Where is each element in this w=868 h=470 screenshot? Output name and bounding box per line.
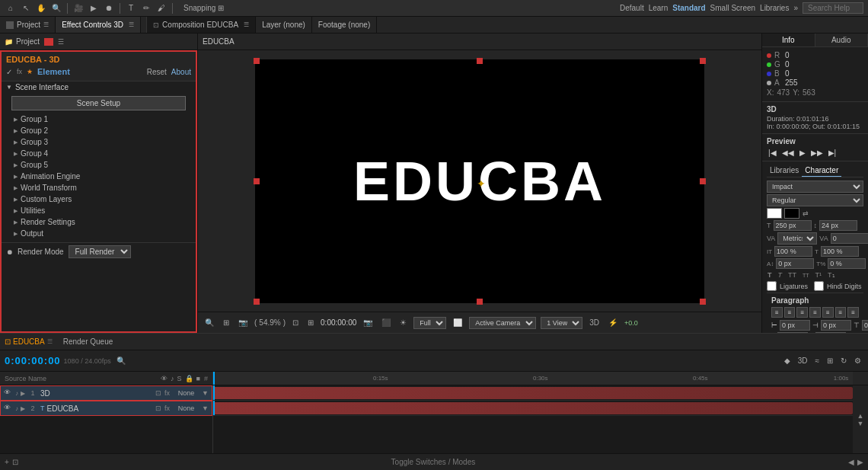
draft-3d-icon[interactable]: 3D xyxy=(796,356,810,366)
handle-br[interactable] xyxy=(700,299,706,305)
about-button[interactable]: About xyxy=(171,68,191,76)
layer2-eye[interactable]: 👁 xyxy=(4,404,13,413)
layer-tab[interactable]: Layer (none) xyxy=(256,17,312,33)
align-left-btn[interactable]: ≡ xyxy=(771,307,783,318)
standard-label[interactable]: Standard xyxy=(672,4,705,12)
preview-play[interactable]: ▶ xyxy=(798,148,807,158)
exposure-icon[interactable]: ☀ xyxy=(397,318,409,328)
horiz-scale-input[interactable] xyxy=(821,246,859,257)
3d-renderer-icon[interactable]: 3D xyxy=(587,318,602,328)
indent-left-input[interactable] xyxy=(780,320,810,331)
snapping-control[interactable]: Snapping ⊞ xyxy=(183,4,224,12)
scene-interface-triangle[interactable]: ▼ xyxy=(6,84,12,91)
tl-layer-1[interactable]: 👁 ♪ ▶ 1 3D ⊡ fx None ▼ xyxy=(0,385,212,401)
kern-select[interactable]: Metrics xyxy=(777,232,817,245)
timeline-scrollbar[interactable]: ▲ ▼ xyxy=(853,385,868,453)
group2-item[interactable]: ▶ Group 2 xyxy=(2,125,196,136)
scroll-down-btn[interactable]: ▼ xyxy=(857,420,865,427)
custom-layers-item[interactable]: ▶ Custom Layers xyxy=(2,193,196,205)
fx-checkbox[interactable]: ✓ xyxy=(6,68,12,76)
font-size-input[interactable] xyxy=(774,220,812,231)
tl-bar-2[interactable] xyxy=(213,402,853,414)
world-transform-item[interactable]: ▶ World Transform xyxy=(2,182,196,193)
handle-bm[interactable] xyxy=(477,299,483,305)
live-update-icon[interactable]: ↻ xyxy=(838,356,849,366)
italic-btn[interactable]: T xyxy=(777,271,783,279)
composition-tab[interactable]: ⊡ Composition EDUCBA ☰ xyxy=(147,17,256,33)
footage-tab[interactable]: Footage (none) xyxy=(312,17,377,33)
search-input[interactable] xyxy=(803,2,863,14)
reset-button[interactable]: Reset xyxy=(147,68,167,76)
frame-blend-icon[interactable]: ⊞ xyxy=(825,356,835,366)
layer2-fx[interactable]: fx xyxy=(164,404,171,412)
libraries-label[interactable]: Libraries xyxy=(760,4,789,12)
align-justify-left-btn[interactable]: ≡ xyxy=(822,307,834,318)
preview-step-forward[interactable]: ▶▶ xyxy=(809,148,825,158)
handle-bl[interactable] xyxy=(254,299,260,305)
timeline-comp-tab[interactable]: ⊡ EDUCBA ☰ xyxy=(5,337,53,346)
col-audio-btn[interactable]: ♪ xyxy=(170,375,175,382)
region-icon[interactable]: ⊞ xyxy=(305,318,316,328)
transparency-icon[interactable]: ⬜ xyxy=(451,318,464,328)
leading-input[interactable] xyxy=(819,220,857,231)
layer1-fx[interactable]: fx xyxy=(164,389,171,397)
search-layers-icon[interactable]: 🔍 xyxy=(114,356,128,366)
handle-tl[interactable] xyxy=(254,58,260,64)
navigate-back-btn[interactable]: ◀ xyxy=(848,458,854,466)
camera-view-icon[interactable]: 📷 xyxy=(236,318,250,328)
add-layer-btn[interactable]: + xyxy=(5,458,9,466)
comp-marker-icon[interactable]: ◆ xyxy=(782,356,793,366)
handle-ml[interactable] xyxy=(254,178,260,184)
stroke-color-swatch[interactable] xyxy=(784,208,799,219)
layer1-audio[interactable]: ♪ xyxy=(15,390,18,397)
snapshot-icon[interactable]: 📷 xyxy=(361,318,375,328)
magnify-icon[interactable]: 🔍 xyxy=(203,318,216,328)
fit-to-comp-icon[interactable]: ⊡ xyxy=(290,318,301,328)
comp-settings-icon[interactable]: ⚙ xyxy=(852,356,863,366)
align-justify-center-btn[interactable]: ≡ xyxy=(835,307,847,318)
bold-btn[interactable]: T xyxy=(767,271,773,279)
zoom-icon[interactable]: 🔍 xyxy=(50,2,62,14)
arrow-icon[interactable]: ↖ xyxy=(20,2,32,14)
learn-label[interactable]: Learn xyxy=(649,4,669,12)
smallcaps-btn[interactable]: TT xyxy=(802,273,810,278)
align-justify-btn[interactable]: ≡ xyxy=(809,307,821,318)
default-label[interactable]: Default xyxy=(620,4,644,12)
render-queue-tab[interactable]: Render Queue xyxy=(57,337,120,346)
preview-step-back[interactable]: ◀◀ xyxy=(780,148,796,158)
motion-blur-icon[interactable]: ≈ xyxy=(813,356,822,366)
superscript-btn[interactable]: T¹ xyxy=(815,271,823,279)
camera-select[interactable]: Active Camera xyxy=(469,317,536,329)
pen-icon[interactable]: ✏ xyxy=(140,2,152,14)
indent-top-input[interactable] xyxy=(862,320,868,331)
layer2-parent-dropdown[interactable]: ▼ xyxy=(202,404,209,412)
effect-controls-tab[interactable]: Effect Controls 3D ☰ xyxy=(56,17,141,33)
handle-mr[interactable] xyxy=(700,178,706,184)
col-eye-btn[interactable]: 👁 xyxy=(160,375,168,382)
utilities-item[interactable]: ▶ Utilities xyxy=(2,205,196,216)
swap-colors-btn[interactable]: ⇄ xyxy=(802,209,809,217)
handle-tm[interactable] xyxy=(477,58,483,64)
layer2-audio[interactable]: ♪ xyxy=(15,405,18,412)
layer2-solo[interactable]: ⊡ xyxy=(155,404,162,412)
audio-tab[interactable]: Audio xyxy=(815,34,869,46)
preview-skip-forward[interactable]: ▶| xyxy=(827,148,838,158)
view-count-select[interactable]: 1 View xyxy=(541,317,582,329)
layer1-solo[interactable]: ⊡ xyxy=(155,389,162,397)
layer2-expand[interactable]: ▶ xyxy=(21,405,25,412)
center-handle[interactable]: ✦ xyxy=(477,178,483,184)
tracking-input[interactable] xyxy=(831,233,868,244)
scroll-up-btn[interactable]: ▲ xyxy=(857,412,865,420)
home-icon[interactable]: ⌂ xyxy=(5,2,17,14)
col-solo-btn[interactable]: S xyxy=(177,375,183,382)
subscript-btn[interactable]: T₁ xyxy=(827,271,836,279)
ligatures-checkbox[interactable] xyxy=(767,281,777,291)
allcaps-btn[interactable]: TT xyxy=(787,271,797,279)
animation-engine-item[interactable]: ▶ Animation Engine xyxy=(2,171,196,182)
render-settings-item[interactable]: ▶ Render Settings xyxy=(2,216,196,228)
layer1-eye[interactable]: 👁 xyxy=(4,388,13,398)
info-tab[interactable]: Info xyxy=(762,34,815,46)
col-lock-btn[interactable]: 🔒 xyxy=(184,375,194,382)
text-icon[interactable]: T xyxy=(125,2,137,14)
group3-item[interactable]: ▶ Group 3 xyxy=(2,136,196,148)
